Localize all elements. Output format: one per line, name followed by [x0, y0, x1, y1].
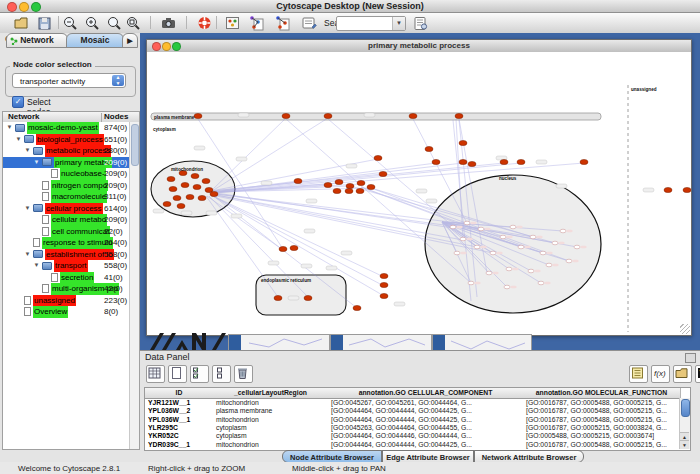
table-scrollbar[interactable]: ▲ ▼ — [679, 398, 690, 449]
select-attributes-icon[interactable] — [190, 365, 209, 383]
gene-node[interactable] — [664, 187, 672, 192]
expand-arrow-icon[interactable]: ▼ — [24, 249, 31, 261]
table-cell[interactable]: mitochondrion — [213, 416, 328, 424]
gene-node[interactable] — [432, 159, 440, 164]
gene-node[interactable] — [459, 140, 467, 145]
table-cell[interactable]: [GO:0016787, GO:0005488, GO:0005215, G..… — [523, 416, 680, 424]
table-row[interactable]: YPL036W__1mitochondrion[GO:0044464, GO:0… — [145, 416, 680, 424]
table-cell[interactable]: [GO:0016787, GO:0005215, GO:0003824, G..… — [523, 424, 680, 432]
tree-row[interactable]: Overview8(0) — [3, 306, 139, 318]
network-canvas[interactable]: plasma membranecytoplasmmitochondrionnuc… — [147, 52, 691, 335]
gene-node[interactable] — [468, 281, 474, 285]
zoom-fit-icon[interactable] — [106, 15, 123, 31]
gene-node[interactable] — [333, 188, 341, 193]
tab-network[interactable]: Network — [6, 33, 68, 48]
gene-node[interactable] — [506, 267, 512, 271]
tree-row[interactable]: multi-organism pro42(0) — [3, 283, 139, 295]
new-network-from-selection-selected-edges-icon[interactable] — [274, 15, 291, 31]
expand-arrow-icon[interactable]: ▼ — [24, 203, 31, 215]
gene-node[interactable] — [500, 159, 508, 164]
table-column-header[interactable]: annotation.GO MOLECULAR_FUNCTION — [523, 388, 681, 399]
gene-node[interactable] — [324, 113, 332, 118]
gene-node[interactable] — [478, 227, 484, 231]
delete-attributes-icon[interactable] — [234, 365, 253, 383]
open-icon[interactable] — [13, 15, 30, 31]
table-cell[interactable]: [GO:0044464, GO:0044444, GO:0044425, G..… — [328, 441, 523, 449]
gene-node[interactable] — [552, 241, 558, 245]
table-cell[interactable]: YKR052C — [145, 432, 213, 440]
gene-node[interactable] — [379, 171, 387, 176]
gene-node[interactable] — [304, 295, 312, 300]
gene-node[interactable] — [546, 263, 552, 267]
table-cell[interactable]: [GO:0044464, GO:0044444, GO:0044425, G..… — [328, 416, 523, 424]
gene-node[interactable] — [490, 251, 496, 255]
tree-scrollbar-thumb[interactable] — [131, 124, 139, 166]
search-input[interactable]: ▼ — [336, 16, 406, 31]
table-cell[interactable]: cytoplasm — [213, 424, 328, 432]
table-column-header[interactable]: ID — [145, 388, 214, 399]
gene-node[interactable] — [353, 305, 361, 310]
gene-node[interactable] — [500, 235, 506, 239]
table-cell[interactable]: [GO:0005488, GO:0005215, GO:0003674] — [523, 432, 680, 440]
tree-row[interactable]: ▼mosaic-demo-yeast874(0) — [3, 122, 139, 134]
tree-row[interactable]: ▼establishment of lo558(0) — [3, 249, 139, 261]
gene-node[interactable] — [540, 251, 546, 255]
gene-node[interactable] — [459, 159, 467, 164]
gene-node[interactable] — [335, 179, 343, 184]
expand-arrow-icon[interactable]: ▼ — [33, 260, 40, 272]
gene-node[interactable] — [163, 201, 171, 206]
zoom-out-icon[interactable] — [62, 15, 79, 31]
table-cell[interactable]: [GO:0016787, GO:0005488, GO:0005215, G..… — [523, 407, 680, 415]
table-cell[interactable]: YPL036W__1 — [145, 416, 213, 424]
expand-arrow-icon[interactable]: ▼ — [15, 134, 22, 146]
gene-node[interactable] — [683, 187, 691, 192]
tree-row[interactable]: response to stimulu264(0) — [3, 237, 139, 249]
save-icon[interactable] — [36, 15, 53, 31]
gene-node[interactable] — [517, 159, 525, 164]
gene-node[interactable] — [560, 229, 566, 233]
tree-row[interactable]: secretion41(0) — [3, 272, 139, 284]
gene-node[interactable] — [455, 113, 463, 118]
scroll-down-arrow[interactable]: ▼ — [680, 440, 689, 449]
gene-node[interactable] — [357, 180, 365, 185]
search-dropdown-arrow[interactable]: ▼ — [392, 17, 405, 30]
tree-row[interactable]: nucleobase-209(0) — [3, 168, 139, 180]
table-cell[interactable]: YLR295C — [145, 424, 213, 432]
gene-node[interactable] — [566, 259, 572, 263]
gene-node[interactable] — [177, 203, 185, 208]
gene-node[interactable] — [290, 245, 298, 250]
annotations-icon[interactable] — [300, 15, 317, 31]
table-cell[interactable]: [GO:0044464, GO:0044446, GO:0044444, G..… — [328, 432, 523, 440]
gene-node[interactable] — [186, 194, 194, 199]
gene-node[interactable] — [409, 113, 417, 118]
gene-node[interactable] — [167, 176, 175, 181]
table-cell[interactable]: [GO:0044464, GO:0044444, GO:0044425, G..… — [328, 407, 523, 415]
window-resize-grip[interactable] — [680, 324, 690, 334]
gene-node[interactable] — [169, 186, 177, 191]
gene-node[interactable] — [282, 113, 290, 118]
tree-scrollbar[interactable] — [129, 122, 139, 449]
gene-node[interactable] — [345, 188, 353, 193]
gene-node[interactable] — [191, 173, 199, 178]
gene-node[interactable] — [450, 225, 456, 229]
gene-node[interactable] — [193, 184, 201, 189]
tree-row[interactable]: cellular metabo209(0) — [3, 214, 139, 226]
vizmapper-icon[interactable] — [224, 15, 241, 31]
expand-arrow-icon[interactable]: ▼ — [6, 122, 13, 134]
table-cell[interactable]: [GO:0045267, GO:0045261, GO:0044464, G..… — [328, 399, 523, 407]
zoom-in-icon[interactable] — [84, 15, 101, 31]
table-cell[interactable]: cytoplasm — [213, 432, 328, 440]
gene-node[interactable] — [510, 225, 516, 229]
tree-row[interactable]: nitrogen compo209(0) — [3, 180, 139, 192]
expand-arrow-icon[interactable]: ▼ — [24, 145, 31, 157]
gene-node[interactable] — [374, 155, 382, 160]
tab-mosaic[interactable]: Mosaic — [66, 33, 124, 48]
zoom-selected-icon[interactable] — [125, 15, 142, 31]
tree-row[interactable]: unassigned223(0) — [3, 295, 139, 307]
table-row[interactable]: YDR039C__1mitochondrion[GO:0044464, GO:0… — [145, 441, 680, 449]
gene-node[interactable] — [356, 188, 364, 193]
table-cell[interactable]: [GO:0016787, GO:0005488, GO:0005215, G..… — [523, 441, 680, 449]
new-network-from-selection-all-edges-icon[interactable] — [248, 15, 265, 31]
new-attribute-icon[interactable] — [168, 365, 187, 383]
tree-row[interactable]: ▼transport558(0) — [3, 260, 139, 272]
